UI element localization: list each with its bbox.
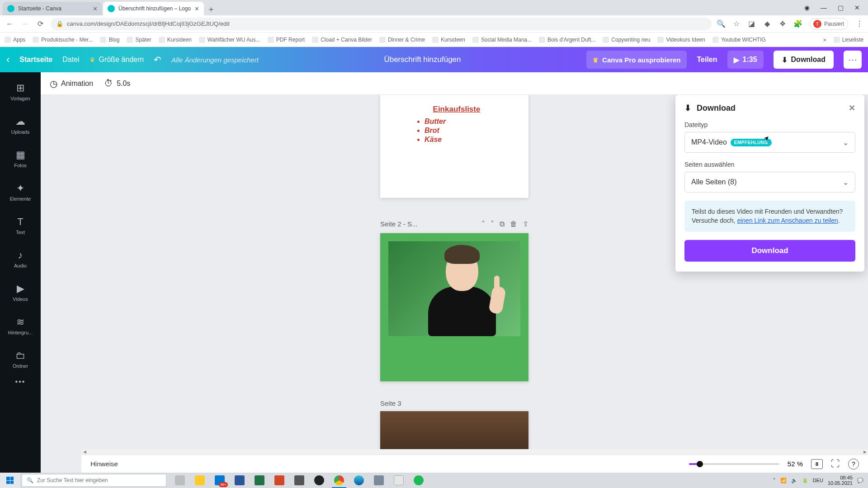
move-down-icon[interactable]: ˅ (491, 220, 494, 228)
sidebar-item-audio[interactable]: ♪Audio (0, 242, 41, 276)
zoom-slider[interactable] (689, 463, 779, 465)
sidebar-more[interactable]: ••• (0, 378, 41, 386)
extension-icon[interactable]: ◆ (763, 20, 771, 28)
document-title[interactable]: Überschrift hinzufügen (269, 55, 576, 64)
start-button[interactable] (0, 473, 20, 488)
zoom-value[interactable]: 52 % (788, 460, 803, 468)
canvas-area[interactable]: Einkaufsliste Butter Brot Käse Seite 2 -… (41, 95, 868, 473)
back-home-button[interactable]: ‹ (6, 54, 9, 66)
network-icon[interactable]: 📶 (780, 478, 787, 483)
delete-icon[interactable]: 🗑 (510, 220, 517, 228)
fullscreen-button[interactable]: ⛶ (831, 459, 840, 469)
profile-button[interactable]: T Pausiert (809, 18, 848, 30)
forward-button[interactable]: → (20, 20, 30, 28)
bookmark-item[interactable]: Kursideen (432, 37, 465, 43)
taskbar-search[interactable]: 🔍 Zur Suche Text hier eingeben (22, 474, 166, 487)
duplicate-icon[interactable]: ⧉ (500, 220, 505, 228)
taskbar-app-excel[interactable] (250, 473, 269, 488)
ime-label[interactable]: DEU (813, 478, 823, 483)
chrome-account-icon[interactable]: ◉ (804, 4, 810, 11)
sidebar-item-folders[interactable]: 🗀Ordner (0, 343, 41, 376)
bookmark-item[interactable]: Wahlfächer WU Aus... (199, 37, 260, 43)
taskbar-app-notepad[interactable] (389, 473, 409, 488)
sidebar-item-photos[interactable]: ▦Fotos (0, 142, 41, 175)
browser-tab[interactable]: Überschrift hinzufügen – Logo ✕ (103, 2, 204, 15)
resize-button[interactable]: Größe ändern (90, 56, 144, 64)
animation-button[interactable]: ◷Animation (50, 78, 93, 89)
action-center-icon[interactable]: 💬 (857, 478, 863, 483)
bookmarks-overflow[interactable]: » (823, 37, 826, 43)
bookmark-item[interactable]: PDF Report (268, 37, 305, 43)
taskbar-app-generic1[interactable] (289, 473, 309, 488)
taskbar-app-spotify[interactable] (409, 473, 429, 488)
try-pro-button[interactable]: Canva Pro ausprobieren (586, 51, 687, 69)
slider-knob[interactable] (697, 461, 703, 467)
scroll-right-arrow[interactable]: ▶ (862, 449, 868, 455)
undo-button[interactable]: ↶ (154, 54, 161, 65)
scroll-left-arrow[interactable]: ◀ (81, 449, 88, 455)
design-page-1[interactable]: Einkaufsliste Butter Brot Käse (380, 95, 528, 198)
back-button[interactable]: ← (5, 20, 14, 28)
bookmark-item[interactable]: Blog (100, 37, 119, 43)
play-preview-button[interactable]: ▶1:35 (727, 51, 764, 69)
duration-button[interactable]: ⏱5.0s (104, 78, 130, 89)
share-page-icon[interactable]: ⇪ (523, 220, 528, 228)
taskbar-app-explorer[interactable] (190, 473, 210, 488)
horizontal-scrollbar[interactable]: ◀ ▶ (81, 449, 868, 455)
bookmark-item[interactable]: Cload + Canva Bilder (312, 37, 372, 43)
bookmark-item[interactable]: Videokurs Ideen (657, 37, 705, 43)
help-button[interactable]: ? (848, 459, 859, 469)
bookmark-item[interactable]: Social Media Mana... (472, 37, 532, 43)
notes-button[interactable]: Hinweise (90, 460, 118, 468)
extensions-menu-icon[interactable]: 🧩 (794, 20, 802, 28)
file-menu[interactable]: Datei (62, 56, 79, 64)
bookmark-star-icon[interactable]: ☆ (732, 20, 741, 28)
sidebar-item-background[interactable]: ≋Hintergru... (0, 309, 41, 343)
move-up-icon[interactable]: ˄ (481, 220, 485, 228)
task-view-button[interactable] (170, 473, 190, 488)
close-icon[interactable]: ✕ (93, 5, 98, 12)
extension-icon[interactable]: ◪ (748, 20, 756, 28)
filetype-select[interactable]: MP4-Video EMPFEHLUNG ⌄ (684, 132, 855, 153)
bookmark-item[interactable]: Dinner & Crime (379, 37, 425, 43)
sidebar-item-videos[interactable]: ▶Videos (0, 276, 41, 309)
close-icon[interactable]: ✕ (194, 5, 199, 12)
bookmark-item[interactable]: Youtube WICHTIG (712, 37, 766, 43)
system-tray[interactable]: ˄ 📶 🔈 🔋 DEU 08:45 10.05.2021 💬 (769, 475, 868, 486)
taskbar-app-powerpoint[interactable] (269, 473, 289, 488)
kebab-menu-icon[interactable]: ⋮ (855, 20, 863, 28)
bookmark-item[interactable]: Copywriting neu (603, 37, 650, 43)
bookmark-item[interactable]: Bois d'Argent Duft... (539, 37, 595, 43)
tray-overflow-icon[interactable]: ˄ (773, 478, 776, 483)
download-confirm-button[interactable]: Download (684, 240, 855, 262)
bookmark-item[interactable]: Später (127, 37, 151, 43)
taskbar-app-word[interactable] (230, 473, 250, 488)
sidebar-item-uploads[interactable]: ☁Uploads (0, 108, 41, 142)
browser-tab[interactable]: Startseite - Canva ✕ (3, 2, 102, 15)
taskbar-app-generic2[interactable] (369, 473, 389, 488)
page-grid-button[interactable]: 8 (811, 459, 823, 469)
reading-list-button[interactable]: Leseliste (834, 37, 863, 43)
minimize-button[interactable]: — (821, 4, 827, 11)
battery-icon[interactable]: 🔋 (802, 478, 808, 483)
volume-icon[interactable]: 🔈 (791, 478, 797, 483)
share-button[interactable]: Teilen (697, 56, 717, 64)
taskbar-app-obs[interactable] (309, 473, 329, 488)
taskbar-app-mail[interactable]: 99+ (210, 473, 230, 488)
pages-select[interactable]: Alle Seiten (8) ⌄ (684, 172, 855, 192)
download-button[interactable]: ⬇Download (774, 51, 834, 69)
more-menu-button[interactable]: ⋯ (844, 51, 862, 69)
design-page-2[interactable] (380, 233, 528, 381)
maximize-button[interactable]: ▢ (838, 4, 844, 11)
new-tab-button[interactable]: ＋ (205, 3, 217, 15)
close-window-button[interactable]: ✕ (854, 4, 860, 11)
zoom-icon[interactable]: 🔍 (717, 20, 725, 28)
home-link[interactable]: Startseite (19, 56, 52, 64)
page-header-title[interactable]: Seite 3 (380, 399, 528, 407)
sidebar-item-templates[interactable]: ⊞Vorlagen (0, 75, 41, 108)
page-header-title[interactable]: Seite 2 - S... (380, 220, 476, 228)
share-link[interactable]: einen Link zum Anschauen zu teilen (737, 217, 838, 224)
taskbar-app-chrome[interactable] (329, 473, 349, 488)
reload-button[interactable]: ⟳ (35, 19, 45, 28)
sidebar-item-text[interactable]: TText (0, 209, 41, 242)
